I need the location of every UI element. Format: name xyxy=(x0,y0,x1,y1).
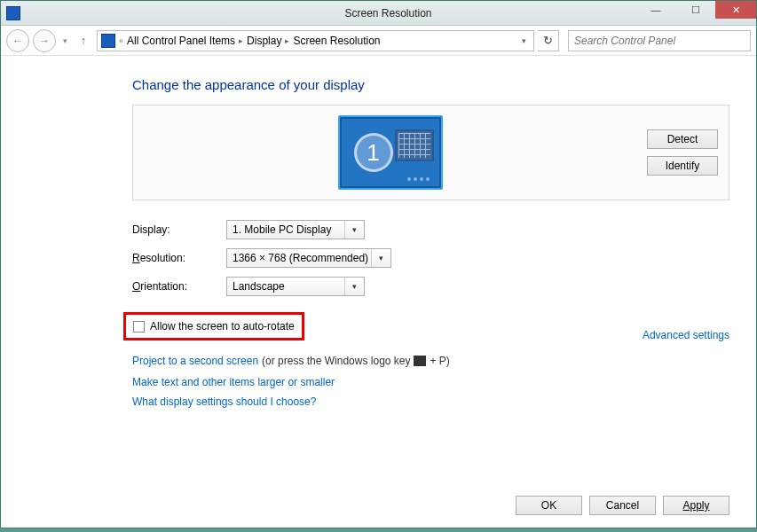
display-preview-panel: 1 Detect Identify xyxy=(132,105,729,200)
app-icon xyxy=(6,6,20,20)
content-area: Change the appearance of your display 1 … xyxy=(132,77,729,408)
resolution-label: Resolution: xyxy=(132,252,226,264)
orientation-label: Orientation: xyxy=(132,280,226,293)
back-button[interactable]: ← xyxy=(6,29,29,52)
titlebar: Screen Resolution — ☐ ✕ xyxy=(1,1,756,26)
location-icon xyxy=(101,34,115,48)
search-box[interactable] xyxy=(568,30,751,51)
maximize-button[interactable]: ☐ xyxy=(675,1,715,19)
chevron-right-icon: ▸ xyxy=(239,36,243,45)
identify-button[interactable]: Identify xyxy=(647,156,718,176)
chevron-left-icon: « xyxy=(119,36,123,45)
chevron-down-icon: ▾ xyxy=(344,278,359,295)
chevron-down-icon: ▾ xyxy=(344,221,359,239)
address-dropdown[interactable]: ▾ xyxy=(518,36,530,45)
monitor-number: 1 xyxy=(354,133,393,172)
chevron-down-icon: ▾ xyxy=(371,249,385,267)
navbar: ← → ▾ ↑ « All Control Panel Items▸ Displ… xyxy=(1,26,756,56)
highlighted-checkbox-area: Allow the screen to auto-rotate xyxy=(123,312,304,340)
history-dropdown[interactable]: ▾ xyxy=(59,36,70,45)
address-bar[interactable]: « All Control Panel Items▸ Display▸ Scre… xyxy=(97,30,534,51)
auto-rotate-checkbox[interactable] xyxy=(133,321,145,332)
display-dropdown[interactable]: 1. Mobile PC Display ▾ xyxy=(226,220,365,239)
dialog-buttons: OK Cancel Apply xyxy=(516,496,729,515)
help-links: Make text and other items larger or smal… xyxy=(132,376,729,408)
breadcrumb-item[interactable]: All Control Panel Items▸ xyxy=(127,35,243,47)
text-size-link[interactable]: Make text and other items larger or smal… xyxy=(132,376,729,388)
windows-key-icon xyxy=(414,356,426,366)
cancel-button[interactable]: Cancel xyxy=(589,496,656,515)
monitor-grid-icon xyxy=(395,129,434,161)
apply-button[interactable]: Apply xyxy=(663,496,729,515)
resolution-dropdown[interactable]: 1366 × 768 (Recommended) ▾ xyxy=(226,248,391,268)
window: Screen Resolution — ☐ ✕ ← → ▾ ↑ « All Co… xyxy=(0,0,757,528)
close-button[interactable]: ✕ xyxy=(715,1,756,19)
monitor-icon: 1 xyxy=(338,115,443,190)
breadcrumb-item[interactable]: Display▸ xyxy=(247,35,289,47)
settings-form: Display: 1. Mobile PC Display ▾ Resoluti… xyxy=(132,220,729,296)
display-help-link[interactable]: What display settings should I choose? xyxy=(132,395,729,408)
search-input[interactable] xyxy=(574,35,745,47)
refresh-button[interactable]: ↻ xyxy=(538,30,559,51)
monitor-preview[interactable]: 1 xyxy=(144,115,636,190)
project-row: Project to a second screen (or press the… xyxy=(132,355,729,367)
forward-button[interactable]: → xyxy=(33,29,56,52)
project-second-screen-link[interactable]: Project to a second screen xyxy=(132,355,258,367)
ok-button[interactable]: OK xyxy=(516,496,582,515)
project-hint-post: + P) xyxy=(430,355,449,367)
orientation-dropdown[interactable]: Landscape ▾ xyxy=(226,277,365,296)
up-button[interactable]: ↑ xyxy=(75,34,91,47)
detect-button[interactable]: Detect xyxy=(647,129,718,149)
display-label: Display: xyxy=(132,223,226,236)
auto-rotate-label: Allow the screen to auto-rotate xyxy=(150,320,295,332)
window-controls: — ☐ ✕ xyxy=(635,1,756,19)
advanced-settings-link[interactable]: Advanced settings xyxy=(643,329,729,341)
project-hint-pre: (or press the Windows logo key xyxy=(262,355,410,367)
monitor-dots-icon xyxy=(407,177,432,183)
minimize-button[interactable]: — xyxy=(635,1,675,19)
breadcrumb-item[interactable]: Screen Resolution xyxy=(293,35,380,47)
page-heading: Change the appearance of your display xyxy=(132,77,729,92)
chevron-right-icon: ▸ xyxy=(285,36,289,45)
